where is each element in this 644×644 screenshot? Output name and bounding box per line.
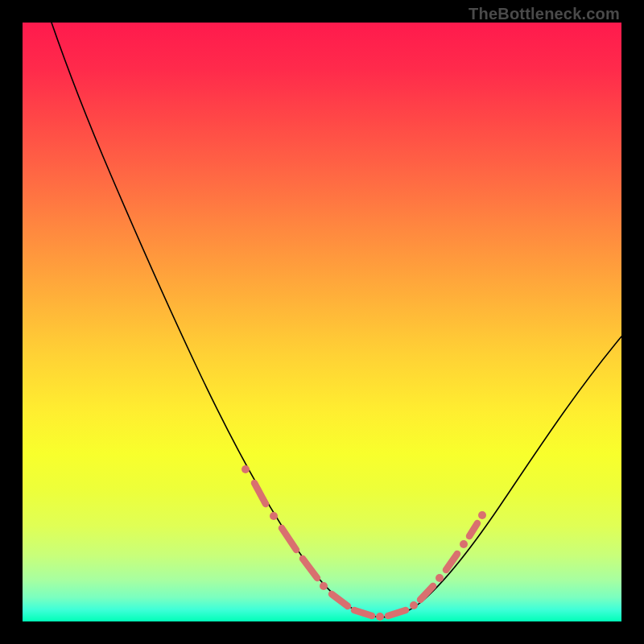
svg-point-10	[410, 601, 418, 609]
svg-line-4	[303, 559, 317, 578]
svg-point-14	[460, 540, 468, 548]
chart-area	[23, 23, 621, 621]
svg-line-6	[332, 594, 348, 606]
svg-line-1	[254, 483, 266, 504]
highlight-markers	[242, 465, 486, 621]
svg-line-15	[469, 523, 477, 536]
svg-point-2	[270, 512, 278, 520]
svg-line-13	[446, 554, 457, 570]
svg-point-12	[436, 574, 444, 582]
svg-line-3	[282, 528, 296, 550]
watermark-text: TheBottleneck.com	[469, 5, 620, 23]
svg-line-11	[420, 586, 433, 600]
svg-point-5	[320, 582, 328, 590]
bottleneck-curve	[52, 23, 621, 617]
svg-point-16	[478, 511, 486, 519]
svg-point-8	[376, 613, 384, 621]
svg-point-0	[242, 465, 250, 473]
plot-svg	[23, 23, 621, 621]
svg-line-9	[388, 610, 406, 616]
svg-line-7	[354, 610, 372, 616]
